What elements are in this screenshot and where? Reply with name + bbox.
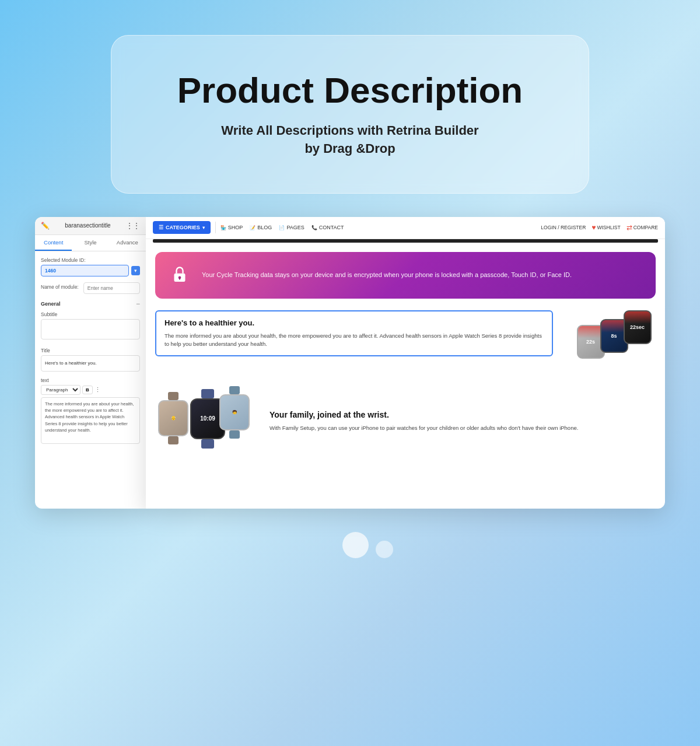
site-preview: ☰ CATEGORIES ▾ 🏪 SHOP 📝 BLOG 📄 PAGES <box>146 217 665 509</box>
general-label: General <box>41 301 61 307</box>
nav-compare-btn[interactable]: ⇄ COMPARE <box>626 223 658 232</box>
site-nav: ☰ CATEGORIES ▾ 🏪 SHOP 📝 BLOG 📄 PAGES <box>146 217 665 239</box>
apple-lock-icon <box>167 262 192 288</box>
module-id-row: ▾ <box>41 265 140 276</box>
hero-subtitle: Write All Descriptions with Retrina Buil… <box>158 122 542 158</box>
privacy-banner: Your Cycle Tracking data stays on your d… <box>155 252 656 299</box>
watch-front: 22sec <box>624 310 652 344</box>
nav-right: LOGIN / REGISTER ♥ WISHLIST ⇄ COMPARE <box>541 223 658 232</box>
module-name-row: Name of module: <box>41 282 140 294</box>
builder-topbar: ✏️ baranasectiontitle ⋮⋮ <box>35 217 146 235</box>
subtitle-label: Subtitle <box>41 311 140 317</box>
bold-button[interactable]: B <box>82 386 93 394</box>
hero-card: Product Description Write All Descriptio… <box>111 35 589 194</box>
svg-rect-2 <box>179 278 180 280</box>
health-text-box: Here's to a healthier you. The more info… <box>155 310 553 357</box>
health-watches: 22s 8s <box>562 310 656 374</box>
module-id-label: Selected Module ID: <box>41 257 140 263</box>
shop-icon: 🏪 <box>220 225 226 230</box>
site-content: Your Cycle Tracking data stays on your d… <box>146 243 665 465</box>
watch-dark: 22sec <box>624 310 652 344</box>
general-collapse-btn[interactable]: − <box>136 300 140 308</box>
nav-shop-link[interactable]: 🏪 SHOP <box>220 225 243 230</box>
builder-topbar-title: baranasectiontitle <box>65 222 110 229</box>
family-watch-group: 👴 10:09 <box>158 386 257 456</box>
hamburger-icon: ☰ <box>159 225 163 230</box>
nav-wishlist-btn[interactable]: ♥ WISHLIST <box>592 223 620 232</box>
text-toolbar: Paragraph B ⋮ <box>41 385 140 395</box>
health-title: Here's to a healthier you. <box>164 318 544 327</box>
bottom-circles <box>0 509 700 576</box>
text-format-select[interactable]: Paragraph <box>41 385 80 395</box>
subtitle-field: Subtitle <box>41 311 140 342</box>
pages-icon: 📄 <box>279 225 285 230</box>
family-body: With Family Setup, you can use your iPho… <box>270 424 656 432</box>
nav-login-btn[interactable]: LOGIN / REGISTER <box>541 225 586 230</box>
family-section: 👴 10:09 <box>155 386 656 456</box>
module-name-input[interactable] <box>83 282 140 294</box>
circle-large <box>342 532 369 558</box>
general-section-header: General − <box>41 300 140 308</box>
nav-contact-link[interactable]: 📞 CONTACT <box>312 225 344 230</box>
nav-categories-btn[interactable]: ☰ CATEGORIES ▾ <box>153 221 211 234</box>
title-label: Title <box>41 348 140 353</box>
nav-links: 🏪 SHOP 📝 BLOG 📄 PAGES 📞 CONTACT <box>220 225 537 230</box>
hero-section: Product Description Write All Descriptio… <box>0 0 700 217</box>
text-label: text <box>41 377 140 383</box>
builder-panel: ✏️ baranasectiontitle ⋮⋮ Content Style A… <box>35 217 146 509</box>
builder-body: Selected Module ID: ▾ Name of module: Ge… <box>35 251 146 456</box>
family-watches: 👴 10:09 <box>155 386 260 456</box>
pencil-icon: ✏️ <box>41 222 50 230</box>
more-options-btn[interactable]: ⋮ <box>94 386 101 394</box>
nav-blog-link[interactable]: 📝 BLOG <box>250 225 272 230</box>
health-section: Here's to a healthier you. The more info… <box>155 310 656 374</box>
family-watch-3: 🧒 <box>219 386 250 439</box>
heart-icon: ♥ <box>592 223 596 232</box>
blog-icon: 📝 <box>250 225 256 230</box>
builder-tabs: Content Style Advance <box>35 235 146 251</box>
health-watch-group: 22s 8s <box>567 310 652 374</box>
module-id-input[interactable] <box>41 265 129 276</box>
module-name-field: Name of module: <box>41 282 140 294</box>
chevron-down-icon: ▾ <box>202 225 205 230</box>
hero-title: Product Description <box>158 71 542 110</box>
subtitle-textarea[interactable] <box>41 319 140 339</box>
module-id-select-btn[interactable]: ▾ <box>131 266 140 275</box>
privacy-text: Your Cycle Tracking data stays on your d… <box>202 270 572 281</box>
family-title: Your family, joined at the wrist. <box>270 410 656 419</box>
tab-content[interactable]: Content <box>35 235 72 251</box>
family-text: Your family, joined at the wrist. With F… <box>270 410 656 432</box>
tab-style[interactable]: Style <box>72 235 108 251</box>
module-name-label: Name of module: <box>41 284 79 290</box>
health-body: The more informed you are about your hea… <box>164 332 544 349</box>
compare-icon: ⇄ <box>626 223 632 232</box>
circle-small <box>376 541 393 558</box>
text-content: The more informed you are about your hea… <box>41 397 140 444</box>
title-field: Title <box>41 348 140 372</box>
grid-icon: ⋮⋮ <box>126 222 140 230</box>
text-field: text Paragraph B ⋮ The more informed you… <box>41 377 140 444</box>
screenshot-area: ✏️ baranasectiontitle ⋮⋮ Content Style A… <box>0 217 700 509</box>
nav-divider <box>215 222 216 233</box>
title-input[interactable] <box>41 355 140 372</box>
contact-icon: 📞 <box>312 225 317 230</box>
tab-advance[interactable]: Advance <box>109 235 146 251</box>
nav-pages-link[interactable]: 📄 PAGES <box>279 225 304 230</box>
family-watch-1: 👴 <box>158 392 188 444</box>
module-id-field: Selected Module ID: ▾ <box>41 257 140 276</box>
